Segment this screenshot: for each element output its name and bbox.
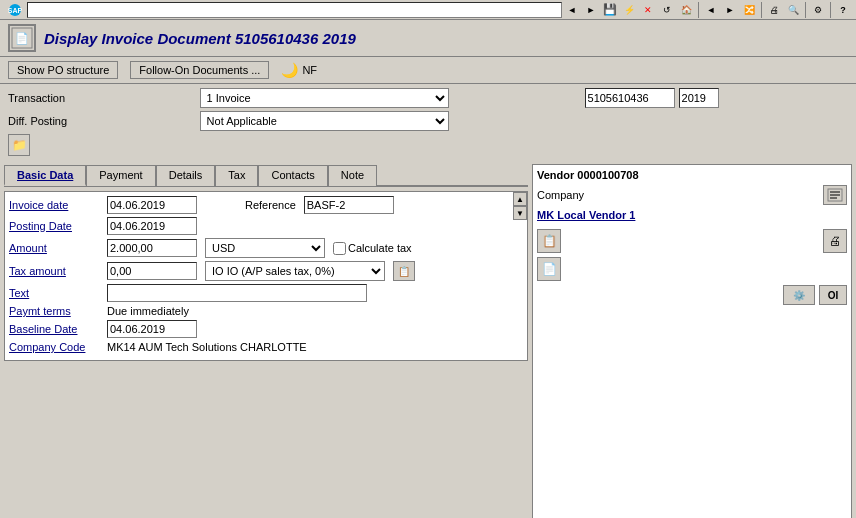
sep1: [698, 2, 699, 18]
sep3: [805, 2, 806, 18]
form-section: Transaction 1 Invoice 5105610436 2019 Di…: [0, 84, 856, 160]
company-code-label: Company Code: [9, 341, 99, 353]
text-input[interactable]: [107, 284, 367, 302]
stop-icon[interactable]: ✕: [639, 2, 657, 18]
posting-date-input[interactable]: 04.06.2019: [107, 217, 197, 235]
left-panel: Basic Data Payment Details Tax Contacts …: [0, 160, 532, 518]
home-icon[interactable]: 🏠: [677, 2, 695, 18]
vendor-extra-icons: 📄: [537, 257, 847, 281]
main-area: Basic Data Payment Details Tax Contacts …: [0, 160, 856, 518]
tax-amount-input[interactable]: 0,00: [107, 262, 197, 280]
reference-label: Reference: [245, 199, 296, 211]
vendor-doc-icon[interactable]: 📄: [537, 257, 561, 281]
diff-posting-label: Diff. Posting: [8, 115, 197, 127]
forward-icon[interactable]: ►: [582, 2, 600, 18]
main-tab-strip: Basic Data Payment Details Tax Contacts …: [4, 164, 528, 187]
reference-input[interactable]: BASF-2: [304, 196, 394, 214]
svg-text:SAP: SAP: [8, 7, 23, 14]
customize-icon[interactable]: ⚙: [809, 2, 827, 18]
scrollbar-v[interactable]: ▲ ▼: [513, 192, 527, 360]
scroll-up[interactable]: ▲: [513, 192, 527, 206]
find-icon[interactable]: 🔍: [784, 2, 802, 18]
diff-posting-select[interactable]: Not Applicable: [200, 111, 449, 131]
vendor-print-icon[interactable]: 🖨: [823, 229, 847, 253]
help-icon[interactable]: ?: [834, 2, 852, 18]
company-code-value: MK14 AUM Tech Solutions CHARLOTTE: [107, 341, 307, 353]
baseline-date-input[interactable]: 04.06.2019: [107, 320, 197, 338]
nav-icon[interactable]: 🔀: [740, 2, 758, 18]
amount-label: Amount: [9, 242, 99, 254]
tab-note[interactable]: Note: [328, 165, 377, 186]
tax-amount-label: Tax amount: [9, 265, 99, 277]
currency-select[interactable]: USD: [205, 238, 325, 258]
prev-icon[interactable]: ◄: [702, 2, 720, 18]
tab-contacts[interactable]: Contacts: [258, 165, 327, 186]
follow-on-button[interactable]: Follow-On Documents ...: [130, 61, 269, 79]
address-bar[interactable]: [27, 2, 562, 18]
transaction-select[interactable]: 1 Invoice: [200, 88, 449, 108]
print-icon[interactable]: 🖨: [765, 2, 783, 18]
invoice-date-label: Invoice date: [9, 199, 99, 211]
vendor-panel: Vendor 0000100708 Company MK Local Vendo…: [532, 164, 852, 518]
save-doc-icon[interactable]: 📁: [8, 134, 30, 156]
svg-text:📄: 📄: [15, 31, 29, 45]
baseline-date-label: Baseline Date: [9, 323, 99, 335]
nf-moon-icon: 🌙: [281, 62, 298, 78]
next-icon[interactable]: ►: [721, 2, 739, 18]
amount-input[interactable]: 2.000,00: [107, 239, 197, 257]
nf-icon-area: 🌙 NF: [281, 62, 317, 78]
sep4: [830, 2, 831, 18]
sap-logo: SAP: [4, 2, 26, 18]
show-po-button[interactable]: Show PO structure: [8, 61, 118, 79]
vendor-company-label: Company: [537, 189, 584, 201]
page-title: Display Invoice Document 5105610436 2019: [44, 30, 356, 47]
calculate-tax-checkbox[interactable]: [333, 242, 346, 255]
vendor-oi-btn[interactable]: OI: [819, 285, 847, 305]
paymt-terms-label: Paymt terms: [9, 305, 99, 317]
vendor-name[interactable]: MK Local Vendor 1: [537, 209, 847, 221]
scroll-down[interactable]: ▼: [513, 206, 527, 220]
tab-details[interactable]: Details: [156, 165, 216, 186]
save-icon[interactable]: 💾: [601, 2, 619, 18]
posting-date-label: Posting Date: [9, 220, 99, 232]
action-bar: Show PO structure Follow-On Documents ..…: [0, 57, 856, 84]
vendor-address-icon[interactable]: 📋: [537, 229, 561, 253]
invoice-date-input[interactable]: 04.06.2019: [107, 196, 197, 214]
calculate-tax-label: Calculate tax: [348, 242, 412, 254]
vendor-icons-row: 📋 🖨: [537, 229, 847, 253]
tab-payment[interactable]: Payment: [86, 165, 155, 186]
transaction-label: Transaction: [8, 92, 197, 104]
text-label: Text: [9, 287, 99, 299]
system-toolbar: SAP ◄ ► 💾 ⚡ ✕ ↺ 🏠 ◄ ► 🔀 🖨 🔍 ⚙ ?: [0, 0, 856, 20]
vendor-extra-btn[interactable]: ⚙️: [783, 285, 815, 305]
sep2: [761, 2, 762, 18]
vendor-title: Vendor 0000100708: [537, 169, 847, 181]
tax-code-select[interactable]: IO IO (A/P sales tax, 0%): [205, 261, 385, 281]
back-icon[interactable]: ◄: [563, 2, 581, 18]
shortcut-icon[interactable]: ⚡: [620, 2, 638, 18]
paymt-terms-value: Due immediately: [107, 305, 189, 317]
vendor-company-btn[interactable]: [823, 185, 847, 205]
tab-tax[interactable]: Tax: [215, 165, 258, 186]
tab-basic-data[interactable]: Basic Data: [4, 165, 86, 186]
tax-copy-icon[interactable]: 📋: [393, 261, 415, 281]
vendor-company-row: Company: [537, 185, 847, 205]
refresh-icon[interactable]: ↺: [658, 2, 676, 18]
doc-year-input[interactable]: 2019: [679, 88, 719, 108]
doc-number-input[interactable]: 5105610436: [585, 88, 675, 108]
title-icon: 📄: [8, 24, 36, 52]
title-bar: 📄 Display Invoice Document 5105610436 20…: [0, 20, 856, 57]
nf-label: NF: [302, 64, 317, 76]
vendor-bottom-row: ⚙️ OI: [537, 285, 847, 305]
